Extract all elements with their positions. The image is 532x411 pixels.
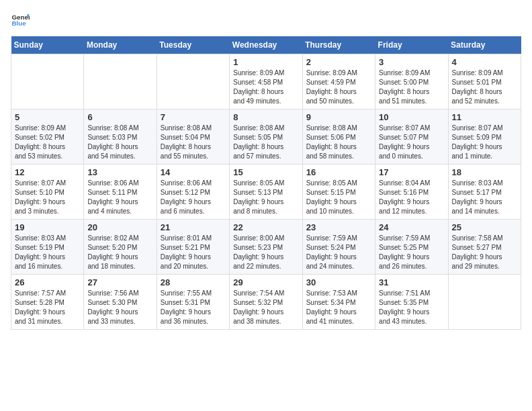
day-number: 11 — [452, 112, 517, 122]
day-number: 17 — [379, 167, 444, 177]
day-info: Sunrise: 7:53 AM Sunset: 5:34 PM Dayligh… — [306, 289, 371, 326]
calendar-cell: 17Sunrise: 8:04 AM Sunset: 5:16 PM Dayli… — [375, 165, 448, 220]
day-number: 4 — [452, 57, 517, 67]
day-number: 15 — [233, 167, 298, 177]
calendar-cell: 24Sunrise: 7:59 AM Sunset: 5:25 PM Dayli… — [375, 220, 448, 275]
weekday-header: Monday — [84, 36, 157, 54]
calendar-cell: 6Sunrise: 8:08 AM Sunset: 5:03 PM Daylig… — [84, 109, 157, 165]
day-number: 27 — [87, 277, 152, 287]
calendar-cell: 10Sunrise: 8:07 AM Sunset: 5:07 PM Dayli… — [375, 109, 448, 165]
day-number: 18 — [452, 167, 517, 177]
day-number: 31 — [379, 277, 444, 287]
calendar-cell: 16Sunrise: 8:05 AM Sunset: 5:15 PM Dayli… — [302, 165, 375, 220]
logo: General Blue — [11, 11, 30, 30]
page-header: General Blue — [11, 11, 521, 30]
weekday-header: Tuesday — [157, 36, 229, 54]
day-info: Sunrise: 8:01 AM Sunset: 5:21 PM Dayligh… — [161, 234, 226, 271]
day-number: 28 — [161, 277, 226, 287]
day-number: 9 — [306, 112, 371, 122]
day-number: 7 — [161, 112, 226, 122]
day-info: Sunrise: 7:59 AM Sunset: 5:24 PM Dayligh… — [306, 234, 371, 271]
day-number: 2 — [306, 57, 371, 67]
calendar-cell: 26Sunrise: 7:57 AM Sunset: 5:28 PM Dayli… — [11, 275, 84, 330]
day-number: 21 — [161, 222, 226, 232]
day-number: 30 — [306, 277, 371, 287]
calendar-cell: 28Sunrise: 7:55 AM Sunset: 5:31 PM Dayli… — [157, 275, 229, 330]
day-info: Sunrise: 8:09 AM Sunset: 5:02 PM Dayligh… — [15, 124, 80, 161]
day-info: Sunrise: 8:05 AM Sunset: 5:13 PM Dayligh… — [233, 179, 298, 216]
calendar-cell: 31Sunrise: 7:51 AM Sunset: 5:35 PM Dayli… — [375, 275, 448, 330]
calendar-cell: 23Sunrise: 7:59 AM Sunset: 5:24 PM Dayli… — [302, 220, 375, 275]
day-number: 16 — [306, 167, 371, 177]
calendar-cell: 25Sunrise: 7:58 AM Sunset: 5:27 PM Dayli… — [448, 220, 521, 275]
day-info: Sunrise: 8:03 AM Sunset: 5:17 PM Dayligh… — [452, 179, 517, 216]
day-number: 29 — [233, 277, 298, 287]
calendar-cell: 22Sunrise: 8:00 AM Sunset: 5:23 PM Dayli… — [230, 220, 302, 275]
calendar-cell: 2Sunrise: 8:09 AM Sunset: 4:59 PM Daylig… — [302, 54, 375, 109]
day-info: Sunrise: 8:07 AM Sunset: 5:09 PM Dayligh… — [452, 124, 517, 161]
day-info: Sunrise: 8:08 AM Sunset: 5:05 PM Dayligh… — [233, 124, 298, 161]
day-info: Sunrise: 8:08 AM Sunset: 5:03 PM Dayligh… — [87, 124, 152, 161]
calendar-cell — [11, 54, 84, 109]
day-info: Sunrise: 8:09 AM Sunset: 5:01 PM Dayligh… — [452, 68, 517, 106]
day-info: Sunrise: 7:56 AM Sunset: 5:30 PM Dayligh… — [87, 289, 152, 326]
day-number: 14 — [161, 167, 226, 177]
calendar-cell: 21Sunrise: 8:01 AM Sunset: 5:21 PM Dayli… — [157, 220, 229, 275]
weekday-header: Sunday — [11, 36, 84, 54]
weekday-header: Saturday — [448, 36, 521, 54]
day-number: 1 — [233, 57, 298, 67]
day-info: Sunrise: 7:57 AM Sunset: 5:28 PM Dayligh… — [15, 289, 80, 326]
calendar-cell: 5Sunrise: 8:09 AM Sunset: 5:02 PM Daylig… — [11, 109, 84, 165]
weekday-header: Wednesday — [230, 36, 302, 54]
day-number: 22 — [233, 222, 298, 232]
day-number: 10 — [379, 112, 444, 122]
calendar-cell: 14Sunrise: 8:06 AM Sunset: 5:12 PM Dayli… — [157, 165, 229, 220]
calendar-cell: 9Sunrise: 8:08 AM Sunset: 5:06 PM Daylig… — [302, 109, 375, 165]
day-info: Sunrise: 8:00 AM Sunset: 5:23 PM Dayligh… — [233, 234, 298, 271]
calendar-cell: 27Sunrise: 7:56 AM Sunset: 5:30 PM Dayli… — [84, 275, 157, 330]
day-info: Sunrise: 8:02 AM Sunset: 5:20 PM Dayligh… — [87, 234, 152, 271]
calendar-cell: 4Sunrise: 8:09 AM Sunset: 5:01 PM Daylig… — [448, 54, 521, 109]
logo-icon: General Blue — [11, 11, 30, 30]
calendar-cell — [84, 54, 157, 109]
day-info: Sunrise: 7:58 AM Sunset: 5:27 PM Dayligh… — [452, 234, 517, 271]
day-number: 24 — [379, 222, 444, 232]
day-number: 8 — [233, 112, 298, 122]
day-info: Sunrise: 8:07 AM Sunset: 5:10 PM Dayligh… — [15, 179, 80, 216]
calendar-cell: 30Sunrise: 7:53 AM Sunset: 5:34 PM Dayli… — [302, 275, 375, 330]
weekday-header: Friday — [375, 36, 448, 54]
day-info: Sunrise: 8:07 AM Sunset: 5:07 PM Dayligh… — [379, 124, 444, 161]
calendar-cell: 1Sunrise: 8:09 AM Sunset: 4:58 PM Daylig… — [230, 54, 302, 109]
day-number: 20 — [87, 222, 152, 232]
day-info: Sunrise: 8:08 AM Sunset: 5:04 PM Dayligh… — [161, 124, 226, 161]
day-number: 12 — [15, 167, 80, 177]
day-info: Sunrise: 8:09 AM Sunset: 5:00 PM Dayligh… — [379, 68, 444, 106]
calendar-cell: 8Sunrise: 8:08 AM Sunset: 5:05 PM Daylig… — [230, 109, 302, 165]
day-info: Sunrise: 8:09 AM Sunset: 4:59 PM Dayligh… — [306, 68, 371, 106]
calendar-cell: 12Sunrise: 8:07 AM Sunset: 5:10 PM Dayli… — [11, 165, 84, 220]
calendar-table: SundayMondayTuesdayWednesdayThursdayFrid… — [11, 36, 521, 330]
day-number: 23 — [306, 222, 371, 232]
calendar-cell: 11Sunrise: 8:07 AM Sunset: 5:09 PM Dayli… — [448, 109, 521, 165]
day-info: Sunrise: 8:04 AM Sunset: 5:16 PM Dayligh… — [379, 179, 444, 216]
day-info: Sunrise: 8:05 AM Sunset: 5:15 PM Dayligh… — [306, 179, 371, 216]
calendar-cell: 13Sunrise: 8:06 AM Sunset: 5:11 PM Dayli… — [84, 165, 157, 220]
calendar-cell: 29Sunrise: 7:54 AM Sunset: 5:32 PM Dayli… — [230, 275, 302, 330]
calendar-cell: 3Sunrise: 8:09 AM Sunset: 5:00 PM Daylig… — [375, 54, 448, 109]
day-info: Sunrise: 7:54 AM Sunset: 5:32 PM Dayligh… — [233, 289, 298, 326]
day-number: 26 — [15, 277, 80, 287]
day-info: Sunrise: 7:51 AM Sunset: 5:35 PM Dayligh… — [379, 289, 444, 326]
day-info: Sunrise: 8:06 AM Sunset: 5:12 PM Dayligh… — [161, 179, 226, 216]
calendar-cell: 19Sunrise: 8:03 AM Sunset: 5:19 PM Dayli… — [11, 220, 84, 275]
calendar-cell: 20Sunrise: 8:02 AM Sunset: 5:20 PM Dayli… — [84, 220, 157, 275]
day-info: Sunrise: 8:09 AM Sunset: 4:58 PM Dayligh… — [233, 68, 298, 106]
calendar-cell: 15Sunrise: 8:05 AM Sunset: 5:13 PM Dayli… — [230, 165, 302, 220]
weekday-header: Thursday — [302, 36, 375, 54]
day-number: 13 — [87, 167, 152, 177]
svg-text:Blue: Blue — [11, 19, 26, 27]
day-number: 5 — [15, 112, 80, 122]
calendar-cell: 18Sunrise: 8:03 AM Sunset: 5:17 PM Dayli… — [448, 165, 521, 220]
day-info: Sunrise: 7:55 AM Sunset: 5:31 PM Dayligh… — [161, 289, 226, 326]
day-number: 6 — [87, 112, 152, 122]
day-info: Sunrise: 7:59 AM Sunset: 5:25 PM Dayligh… — [379, 234, 444, 271]
